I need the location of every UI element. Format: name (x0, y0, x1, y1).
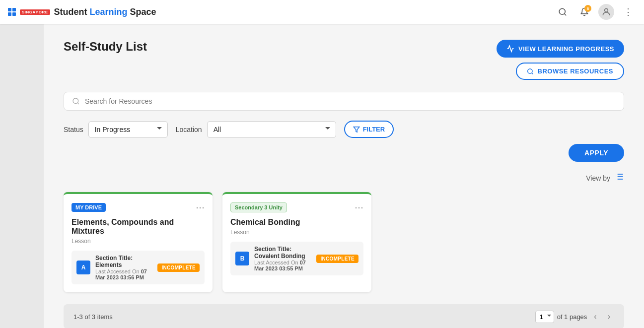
search-icon (558, 7, 567, 16)
search-input[interactable] (85, 97, 616, 105)
pagination-controls: 1 of 1 pages ‹ › (535, 310, 614, 323)
list-view-icon (614, 172, 624, 182)
search-resources-icon (527, 68, 534, 75)
status-label: Status (64, 126, 83, 133)
more-menu-button[interactable]: ⋮ (620, 4, 636, 20)
card-1-menu-button[interactable]: ⋯ (355, 202, 363, 213)
topnav-right: 8 ⋮ (555, 4, 636, 20)
layout: Self-Study List VIEW LEARNING PROGRESS B… (0, 24, 644, 328)
card-0-section: A Section Title: Elements Last Accessed … (72, 251, 205, 284)
sidebar (0, 24, 44, 328)
search-bar (64, 92, 624, 111)
singapore-badge: SINGAPORE (20, 9, 50, 15)
status-select-wrapper: In Progress (88, 121, 168, 138)
filter-button[interactable]: FILTER (344, 121, 394, 138)
card-0-inner: MY DRIVE ⋯ Elements, Compounds and Mixtu… (64, 194, 213, 292)
cards-grid: MY DRIVE ⋯ Elements, Compounds and Mixtu… (64, 192, 624, 292)
search-bar-icon (72, 97, 80, 105)
svg-point-2 (605, 8, 608, 12)
card-0-section-icon: A (76, 261, 90, 274)
card-1-section-info: Section Title: Covalent Bonding Last Acc… (254, 246, 311, 271)
filter-row: Status In Progress Location All FILTER (64, 121, 624, 138)
view-learning-progress-label: VIEW LEARNING PROGRESS (518, 45, 614, 53)
total-pages-text: of 1 pages (557, 313, 587, 321)
location-select[interactable]: All (207, 121, 336, 138)
card-0-section-info: Section Title: Elements Last Accessed On… (95, 255, 152, 280)
filter-actions: APPLY (64, 144, 624, 162)
svg-point-3 (527, 68, 532, 73)
chart-icon (506, 45, 514, 53)
grid-icon (8, 8, 16, 16)
svg-marker-7 (354, 127, 359, 132)
card-0-subtitle: Lesson (72, 238, 205, 245)
card-0-header: MY DRIVE ⋯ (72, 202, 205, 213)
apply-button[interactable]: APPLY (569, 144, 624, 162)
view-by-row: View by (64, 172, 624, 184)
card-1-header: Secondary 3 Unity ⋯ (230, 202, 363, 213)
more-icon: ⋮ (624, 6, 633, 17)
svg-line-4 (531, 72, 533, 74)
grid-view-icon[interactable] (614, 172, 624, 184)
logo-student: Student (54, 7, 87, 17)
pagination-info: 1-3 of 3 items (73, 313, 113, 321)
card-1: Secondary 3 Unity ⋯ Chemical Bonding Les… (222, 192, 371, 292)
filter-btn-label: FILTER (363, 126, 385, 133)
card-1-status-badge: INCOMPLETE (316, 255, 358, 263)
status-select[interactable]: In Progress (88, 121, 168, 138)
next-page-button[interactable]: › (604, 310, 614, 323)
svg-line-1 (564, 13, 566, 15)
view-learning-progress-button[interactable]: VIEW LEARNING PROGRESS (497, 40, 624, 58)
page-select-wrapper: 1 (535, 311, 554, 323)
card-0-section-date: Last Accessed On 07 Mar 2023 03:56 PM (95, 268, 152, 280)
card-1-section-icon: B (235, 252, 249, 265)
card-0: MY DRIVE ⋯ Elements, Compounds and Mixtu… (64, 192, 213, 292)
avatar-button[interactable] (598, 4, 614, 20)
card-1-section-date: Last Accessed On 07 Mar 2023 03:55 PM (254, 260, 311, 271)
topnav: SINGAPORE Student Learning Space 8 ⋮ (0, 0, 644, 24)
filter-icon (353, 126, 360, 133)
app-logo: Student Learning Space (54, 7, 156, 17)
logo-space: Space (130, 7, 156, 17)
notification-badge: 8 (584, 5, 591, 12)
card-1-inner: Secondary 3 Unity ⋯ Chemical Bonding Les… (222, 194, 371, 283)
status-filter-group: Status In Progress (64, 121, 168, 138)
card-0-status-badge: INCOMPLETE (157, 263, 200, 272)
card-1-section: B Section Title: Covalent Bonding Last A… (230, 242, 363, 275)
card-1-section-title: Section Title: Covalent Bonding (254, 246, 311, 260)
avatar-icon (601, 7, 611, 17)
card-0-tag: MY DRIVE (72, 203, 106, 212)
page-select[interactable]: 1 (535, 311, 554, 323)
svg-point-5 (73, 98, 78, 104)
location-select-wrapper: All (207, 121, 336, 138)
pagination-bar: 1-3 of 3 items 1 of 1 pages ‹ › (64, 304, 624, 328)
main-content: Self-Study List VIEW LEARNING PROGRESS B… (44, 24, 644, 328)
logo-area: SINGAPORE Student Learning Space (8, 7, 156, 17)
search-button[interactable] (555, 4, 571, 20)
card-0-section-title: Section Title: Elements (95, 255, 152, 268)
card-0-menu-button[interactable]: ⋯ (196, 202, 205, 213)
browse-resources-label: BROWSE RESOURCES (538, 67, 613, 75)
prev-page-button[interactable]: ‹ (590, 310, 600, 323)
notification-button[interactable]: 8 (576, 4, 592, 20)
page-header: Self-Study List VIEW LEARNING PROGRESS B… (64, 40, 624, 80)
svg-line-6 (77, 103, 79, 104)
header-buttons: VIEW LEARNING PROGRESS BROWSE RESOURCES (497, 40, 624, 80)
location-label: Location (176, 126, 202, 133)
view-by-label: View by (586, 174, 610, 182)
logo-learning: Learning (90, 7, 128, 17)
card-0-title: Elements, Compounds and Mixtures (72, 218, 205, 236)
card-1-subtitle: Lesson (230, 229, 363, 236)
card-1-title: Chemical Bonding (230, 218, 363, 227)
location-filter-group: Location All (176, 121, 336, 138)
page-title: Self-Study List (64, 40, 147, 54)
browse-resources-button[interactable]: BROWSE RESOURCES (516, 63, 624, 80)
card-1-tag: Secondary 3 Unity (230, 202, 287, 212)
